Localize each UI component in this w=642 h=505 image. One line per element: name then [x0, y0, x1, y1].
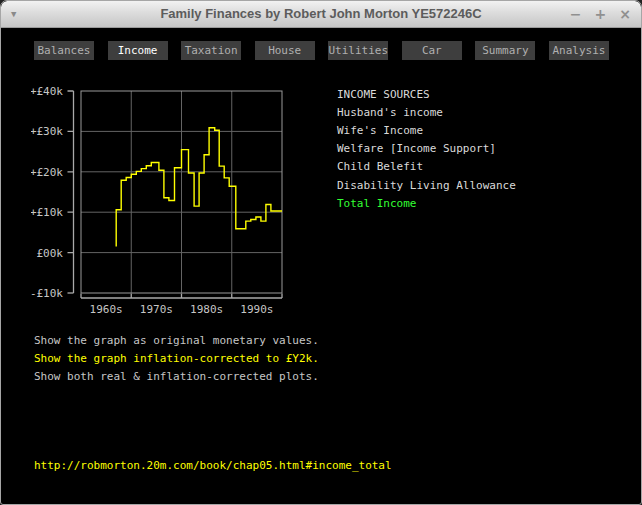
- nav-button-balances[interactable]: Balances: [34, 41, 94, 60]
- graph-option-2[interactable]: Show the graph inflation-corrected to £Y…: [34, 349, 319, 367]
- graph-option-1[interactable]: Show the graph as original monetary valu…: [34, 331, 319, 349]
- y-axis-label: -£10k: [31, 287, 63, 300]
- income-chart: +£40k+£30k+£20k+£10k£00k-£10k1960s1970s1…: [31, 85, 293, 329]
- income-sources-panel: INCOME SOURCES Husband's incomeWife's In…: [337, 85, 627, 212]
- nav-button-utilities[interactable]: Utilities: [328, 41, 388, 60]
- income-source-item[interactable]: Child Belefit: [337, 158, 627, 176]
- graph-option-3[interactable]: Show both real & inflation-corrected plo…: [34, 368, 319, 386]
- income-source-item[interactable]: Husband's income: [337, 103, 627, 121]
- window-title: Family Finances by Robert John Morton YE…: [1, 1, 641, 28]
- y-axis-label: +£10k: [31, 206, 63, 219]
- window-controls: − + ×: [570, 1, 631, 28]
- minimize-button[interactable]: −: [570, 1, 582, 28]
- nav-button-car[interactable]: Car: [402, 41, 462, 60]
- x-axis-label: 1970s: [140, 303, 173, 316]
- y-axis-label: £00k: [37, 247, 64, 260]
- income-source-item[interactable]: Wife's Income: [337, 121, 627, 139]
- nav-button-taxation[interactable]: Taxation: [181, 41, 241, 60]
- y-axis-label: +£20k: [31, 166, 63, 179]
- x-axis-label: 1960s: [90, 303, 123, 316]
- income-chart-svg: +£40k+£30k+£20k+£10k£00k-£10k1960s1970s1…: [31, 85, 293, 325]
- nav-button-summary[interactable]: Summary: [475, 41, 535, 60]
- nav-button-row: BalancesIncomeTaxationHouseUtilitiesCarS…: [34, 41, 609, 60]
- income-source-item[interactable]: Disability Living Allowance: [337, 176, 627, 194]
- nav-button-income[interactable]: Income: [108, 41, 168, 60]
- app-window: ▼ Family Finances by Robert John Morton …: [0, 0, 642, 505]
- income-series-line: [116, 128, 282, 247]
- nav-button-analysis[interactable]: Analysis: [549, 41, 609, 60]
- income-source-total[interactable]: Total Income: [337, 194, 627, 212]
- y-axis-label: +£40k: [31, 85, 63, 98]
- close-button[interactable]: ×: [619, 1, 631, 28]
- y-axis-label: +£30k: [31, 125, 63, 138]
- maximize-button[interactable]: +: [595, 1, 607, 28]
- income-sources-header: INCOME SOURCES: [337, 85, 627, 103]
- titlebar: ▼ Family Finances by Robert John Morton …: [1, 1, 641, 28]
- income-source-item[interactable]: Welfare [Income Support]: [337, 140, 627, 158]
- display-options: Show the graph as original monetary valu…: [34, 331, 319, 386]
- x-axis-label: 1980s: [190, 303, 223, 316]
- x-axis-label: 1990s: [240, 303, 273, 316]
- nav-button-house[interactable]: House: [255, 41, 315, 60]
- footer-url-link[interactable]: http://robmorton.20m.com/book/chap05.htm…: [34, 459, 392, 472]
